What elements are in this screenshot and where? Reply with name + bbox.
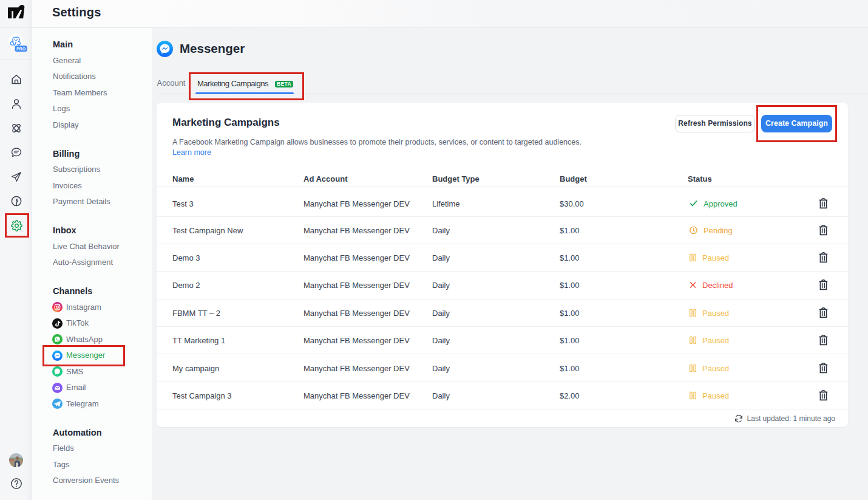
svg-text:PRO: PRO	[16, 47, 26, 51]
